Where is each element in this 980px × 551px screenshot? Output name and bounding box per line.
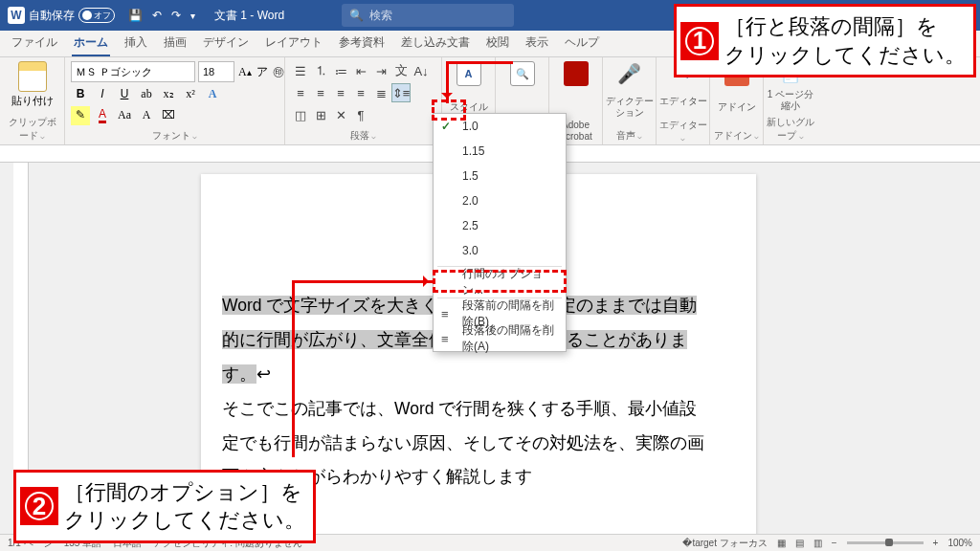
undo-icon[interactable]: ↶: [152, 9, 162, 22]
dictation-group: 🎤 ディクテーション 音声: [603, 57, 657, 144]
word-app-icon: W: [8, 7, 25, 24]
remove-space-after[interactable]: 段落後の間隔を削除(A): [434, 326, 566, 351]
autosave-toggle[interactable]: オフ: [78, 8, 115, 23]
search-icon: 🔍: [349, 9, 364, 22]
tab-file[interactable]: ファイル: [10, 31, 59, 56]
spacing-2-5[interactable]: 2.5: [434, 213, 566, 238]
font-size-select[interactable]: [198, 61, 234, 82]
tab-references[interactable]: 参考資料: [337, 31, 387, 56]
font-label: フォント: [71, 127, 278, 143]
align-center-button[interactable]: ≡: [311, 83, 330, 102]
svg-text:W: W: [11, 9, 22, 22]
redo-icon[interactable]: ↷: [171, 9, 181, 22]
search-box[interactable]: 🔍 検索: [342, 4, 514, 27]
callout-2-badge: 2: [20, 487, 58, 525]
show-marks-button[interactable]: ¶: [351, 105, 370, 124]
spacing-2-0[interactable]: 2.0: [434, 188, 566, 213]
font-group: A▴ ア ㊞ B I U ab x₂ x² A ✎ A Aa A ⌧ フォント: [65, 57, 285, 144]
view-web-icon[interactable]: ▥: [813, 538, 822, 548]
document-title: 文書 1 - Word: [214, 8, 284, 24]
search-placeholder: 検索: [369, 8, 392, 24]
find-icon[interactable]: 🔍: [510, 61, 535, 86]
paste-icon: [18, 61, 47, 92]
font-color-button[interactable]: A: [93, 106, 112, 125]
borders-button[interactable]: ⊞: [311, 105, 330, 124]
autosave[interactable]: 自動保存 オフ: [29, 8, 115, 24]
font-name-select[interactable]: [71, 61, 195, 82]
callout-2-line1: ［行間のオプション］を: [64, 478, 305, 507]
paragraph-group: ☰ ⒈ ≔ ⇤ ⇥ 文 A↓ ≡ ≡ ≡ ≡ ≣ ⇕≡ ◫ ⊞ ✕ ¶ 段落: [285, 57, 442, 144]
phonetic-guide-icon[interactable]: ア: [256, 62, 269, 81]
line-spacing-button[interactable]: ⇕≡: [391, 83, 411, 102]
change-case-button[interactable]: Aa: [115, 106, 134, 125]
superscript-button[interactable]: x²: [181, 84, 200, 103]
clipboard-label: クリップボード: [6, 114, 58, 143]
tab-mailings[interactable]: 差し込み文書: [399, 31, 472, 56]
focus-mode[interactable]: �target フォーカス: [682, 537, 767, 550]
callout-2: 2 ［行間のオプション］を クリックしてください。: [13, 470, 316, 543]
grow-font-icon[interactable]: A▴: [237, 62, 253, 81]
justify-button[interactable]: ≡: [351, 83, 370, 102]
distributed-button[interactable]: ≣: [371, 83, 390, 102]
text-direction-button[interactable]: 文: [391, 61, 411, 80]
view-read-icon[interactable]: ▤: [795, 538, 804, 548]
tab-layout[interactable]: レイアウト: [263, 31, 324, 56]
sort-button[interactable]: A↓: [412, 61, 431, 80]
callout-1-line1: ［行と段落の間隔］を: [724, 12, 966, 41]
zoom-in-button[interactable]: +: [933, 538, 939, 548]
annotation-arrow-2: [292, 280, 434, 283]
enclose-char-icon[interactable]: ㊞: [272, 62, 285, 81]
subscript-button[interactable]: x₂: [159, 84, 178, 103]
decrease-indent-button[interactable]: ⇤: [351, 61, 370, 80]
tab-home[interactable]: ホーム: [72, 31, 110, 56]
clipboard-group: 貼り付け クリップボード: [0, 57, 65, 144]
acrobat-icon[interactable]: [564, 61, 589, 86]
char-scale-button[interactable]: ✕: [331, 105, 350, 124]
bold-button[interactable]: B: [71, 84, 90, 103]
annotation-highlight-1: [432, 99, 466, 121]
spacing-1-15[interactable]: 1.15: [434, 139, 566, 164]
tab-design[interactable]: デザイン: [201, 31, 251, 56]
tab-help[interactable]: ヘルプ: [563, 31, 601, 56]
quick-access-toolbar: 💾 ↶ ↷ ▾: [128, 9, 195, 22]
callout-1-line2: クリックしてください。: [724, 41, 966, 70]
underline-button[interactable]: U: [115, 84, 134, 103]
multilevel-button[interactable]: ≔: [331, 61, 350, 80]
clear-format-button[interactable]: ⌧: [159, 106, 178, 125]
align-right-button[interactable]: ≡: [331, 83, 350, 102]
increase-indent-button[interactable]: ⇥: [371, 61, 390, 80]
strikethrough-button[interactable]: ab: [137, 84, 156, 103]
zoom-level[interactable]: 100%: [947, 538, 972, 548]
annotation-highlight-2: [433, 270, 567, 293]
styles-icon[interactable]: A: [457, 61, 481, 86]
bullets-button[interactable]: ☰: [291, 61, 310, 80]
save-icon[interactable]: 💾: [128, 9, 143, 22]
italic-button[interactable]: I: [93, 84, 112, 103]
spacing-1-5[interactable]: 1.5: [434, 164, 566, 188]
paste-button[interactable]: 貼り付け: [6, 61, 58, 108]
zoom-slider[interactable]: [847, 541, 924, 544]
callout-1: 1 ［行と段落の間隔］を クリックしてください。: [674, 4, 976, 77]
char-shading-button[interactable]: A: [137, 106, 156, 125]
zoom-out-button[interactable]: −: [832, 538, 837, 548]
text-effects-button[interactable]: A: [203, 84, 222, 103]
view-print-icon[interactable]: ▦: [777, 538, 786, 548]
numbering-button[interactable]: ⒈: [311, 61, 330, 80]
shading-button[interactable]: ◫: [291, 105, 310, 124]
annotation-arrow-1: [446, 61, 449, 103]
tab-review[interactable]: 校閲: [484, 31, 511, 56]
tab-insert[interactable]: 挿入: [122, 31, 149, 56]
align-left-button[interactable]: ≡: [291, 83, 310, 102]
highlight-button[interactable]: ✎: [71, 106, 90, 125]
mic-icon[interactable]: 🎤: [617, 61, 642, 86]
qat-more-icon[interactable]: ▾: [190, 11, 195, 21]
callout-1-badge: 1: [680, 22, 719, 60]
paragraph-label: 段落: [291, 127, 435, 143]
spacing-3-0[interactable]: 3.0: [434, 238, 566, 263]
callout-2-line2: クリックしてください。: [64, 506, 305, 535]
autosave-label: 自動保存: [29, 8, 75, 24]
tab-draw[interactable]: 描画: [162, 31, 189, 56]
tab-view[interactable]: 表示: [523, 31, 550, 56]
line-spacing-menu: 1.0 1.15 1.5 2.0 2.5 3.0 行間のオプション... 段落前…: [433, 113, 567, 352]
